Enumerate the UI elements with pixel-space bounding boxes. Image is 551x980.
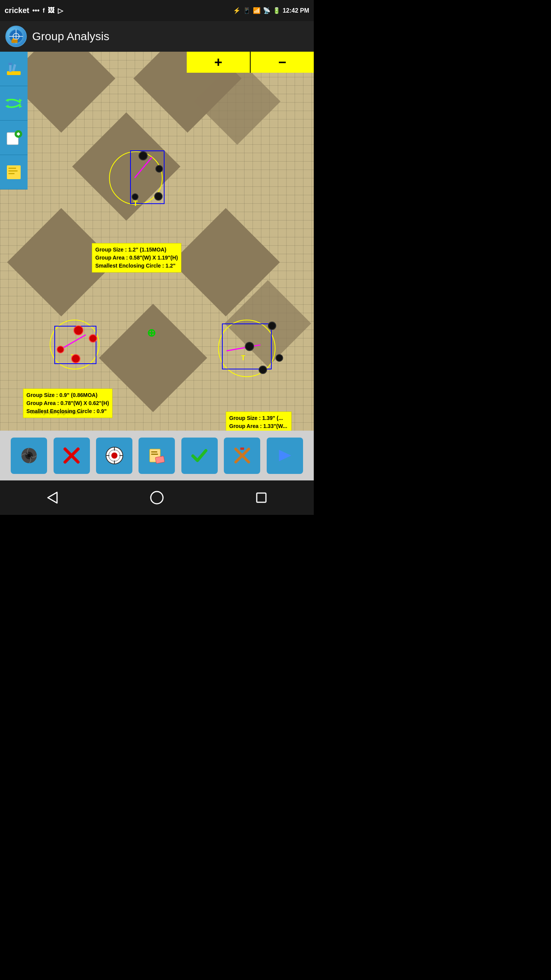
shuffle-button[interactable] [0, 86, 28, 121]
main-content: T Group Size : 1.2" (1.15MOA) Group Area… [0, 52, 314, 431]
back-button[interactable] [37, 486, 68, 509]
svg-rect-20 [8, 170, 18, 172]
svg-rect-4 [11, 39, 18, 43]
bullet-g2-2 [89, 334, 97, 343]
status-left: cricket ••• f 🖼 ▷ [5, 6, 63, 15]
wifi-icon: 📶 [253, 7, 261, 14]
svg-rect-37 [151, 451, 157, 452]
recent-button[interactable] [246, 486, 277, 509]
image-icon: 🖼 [48, 7, 55, 15]
cancel-button[interactable] [224, 438, 260, 474]
group1-circle-label: Smallest Enclosing Circle : 1.2" [95, 263, 176, 269]
svg-point-44 [151, 492, 163, 504]
group3-size: Group Size : 1.39" (... [229, 415, 283, 421]
bullet-g3-1 [268, 322, 276, 330]
zoom-controls: + − [187, 52, 314, 73]
center-crosshair: ⊕ [147, 327, 156, 339]
add-target-button[interactable] [0, 121, 28, 155]
app-header: Group Analysis [0, 21, 314, 52]
group1-info-label: Group Size : 1.2" (1.15MOA) Group Area :… [92, 243, 181, 273]
bullet-g3-2 [245, 342, 254, 351]
play-icon: ▷ [58, 7, 63, 15]
bullet-g1-3 [154, 192, 163, 201]
svg-marker-42 [279, 450, 291, 461]
bullet-g1-4 [132, 193, 139, 200]
group1-size: Group Size : 1.2" (1.15MOA) [95, 247, 166, 253]
accept-button[interactable] [181, 438, 218, 474]
zoom-in-button[interactable]: + [187, 52, 250, 73]
page-title: Group Analysis [32, 30, 109, 43]
svg-marker-12 [5, 99, 8, 102]
bullet-g2-4 [57, 346, 64, 353]
bullet-g3-4 [259, 366, 267, 374]
nav-bar [0, 480, 314, 515]
svg-rect-8 [8, 63, 12, 65]
group3-crosshair: T [241, 354, 245, 362]
bullet-g3-3 [276, 354, 283, 362]
bluetooth-icon: ⚡ [233, 7, 241, 14]
group1-crosshair: T [133, 199, 138, 208]
remove-button[interactable] [54, 438, 90, 474]
svg-point-30 [113, 454, 116, 457]
group3-info-label: Group Size : 1.39" (... Group Area : 1.3… [226, 412, 292, 431]
time-label: 12:42 PM [283, 7, 309, 14]
status-right: ⚡ 📱 📶 📡 🔋 12:42 PM [233, 7, 309, 14]
notes-button[interactable] [0, 155, 28, 189]
app-icon [5, 26, 27, 47]
home-button[interactable] [142, 486, 172, 509]
bullet-g2-1 [73, 325, 83, 335]
group1-area: Group Area : 0.58"(W) X 1.19"(H) [95, 255, 178, 261]
svg-rect-5 [13, 38, 14, 40]
svg-rect-6 [7, 71, 21, 75]
status-bar: cricket ••• f 🖼 ▷ ⚡ 📱 📶 📡 🔋 12:42 PM [0, 0, 314, 21]
svg-rect-9 [12, 64, 16, 71]
app-name-label: cricket [5, 6, 29, 15]
notes-btn2[interactable] [139, 438, 175, 474]
notification-dots: ••• [33, 7, 40, 15]
group2-area: Group Area : 0.78"(W) X 0.62"(H) [26, 400, 109, 406]
svg-point-24 [28, 454, 31, 457]
next-button[interactable] [267, 438, 303, 474]
bullet-g1-2 [155, 165, 163, 173]
sidebar [0, 52, 28, 189]
target-area[interactable]: T Group Size : 1.2" (1.15MOA) Group Area… [0, 52, 314, 431]
clear-button[interactable] [0, 52, 28, 86]
target-button[interactable] [96, 438, 132, 474]
battery-icon: 🔋 [273, 7, 280, 14]
bullet-g2-3 [71, 354, 80, 363]
facebook-icon: f [42, 7, 44, 14]
group2-size: Group Size : 0.9" (0.86MOA) [26, 392, 98, 398]
bullet-hole-button[interactable] [11, 438, 47, 474]
svg-rect-18 [7, 165, 21, 179]
svg-rect-38 [151, 454, 158, 455]
group3-area: Group Area : 1.33"(W... [229, 423, 287, 429]
svg-marker-10 [19, 99, 22, 102]
phone-icon: 📱 [243, 7, 251, 14]
svg-marker-11 [19, 105, 22, 108]
svg-rect-36 [155, 456, 165, 464]
svg-rect-41 [240, 448, 244, 450]
bullet-g1-1 [139, 151, 148, 160]
svg-rect-21 [8, 173, 15, 174]
svg-rect-45 [257, 493, 266, 502]
svg-marker-43 [48, 492, 57, 503]
zoom-out-button[interactable]: − [251, 52, 314, 73]
svg-rect-19 [8, 168, 16, 169]
signal-icon: 📡 [263, 7, 271, 14]
svg-rect-17 [18, 132, 19, 136]
watermark: waterproof-paper.com [31, 409, 83, 415]
svg-marker-13 [5, 105, 8, 108]
bottom-toolbar [0, 431, 314, 480]
